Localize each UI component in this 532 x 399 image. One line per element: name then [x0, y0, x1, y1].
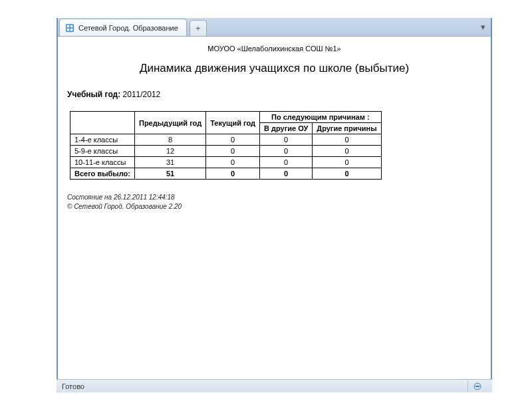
new-tab-button[interactable]: + [190, 20, 207, 36]
table-total-row: Всего выбыло: 51 0 0 0 [70, 168, 382, 180]
copyright-line: © Сетевой Город. Образование 2.20 [67, 202, 481, 211]
academic-year-line: Учебный год: 2011/2012 [67, 90, 481, 99]
total-prev: 51 [134, 168, 205, 180]
col-prev-year: Предыдущий год [134, 112, 205, 134]
col-reason-other: Другие причины [313, 123, 381, 134]
chevron-down-icon: ▾ [481, 22, 485, 32]
page-title: Динамика движения учащихся по школе (выб… [67, 62, 481, 75]
row-label: 1-4-е классы [70, 134, 135, 146]
status-segment [467, 380, 487, 392]
tabs-overflow-button[interactable]: ▾ [475, 18, 491, 36]
cell-reason2: 0 [313, 157, 381, 168]
total-curr: 0 [206, 168, 260, 180]
status-text: Готово [62, 382, 84, 390]
svg-rect-3 [69, 25, 70, 31]
row-label: 5-9-е классы [70, 146, 135, 157]
footer-note: Состояние на 26.12.2011 12:44:18 © Сетев… [67, 193, 481, 211]
year-label: Учебный год: [67, 90, 120, 99]
table-row: 10-11-е классы 31 0 0 0 [70, 157, 382, 168]
page-content: МОУОО «Шелаболихинская СОШ №1» Динамика … [58, 37, 491, 217]
tab-title: Сетевой Город. Образование [78, 24, 178, 32]
cell-curr: 0 [206, 157, 260, 168]
globe-icon [65, 23, 74, 33]
cell-curr: 0 [206, 134, 260, 146]
cell-reason2: 0 [313, 134, 381, 146]
plus-icon: + [196, 24, 201, 33]
total-reason1: 0 [259, 168, 312, 180]
cell-prev: 31 [134, 157, 205, 168]
cell-reason1: 0 [259, 157, 312, 168]
status-bar: Готово [57, 379, 492, 392]
browser-window: Сетевой Город. Образование + ▾ МОУОО «Ше… [57, 18, 492, 380]
svg-rect-5 [475, 386, 479, 387]
organization-name: МОУОО «Шелаболихинская СОШ №1» [67, 45, 481, 53]
cell-reason2: 0 [313, 146, 381, 157]
table-header-row: Предыдущий год Текущий год По следующим … [70, 112, 382, 123]
table-row: 5-9-е классы 12 0 0 0 [70, 146, 382, 157]
table-row: 1-4-е классы 8 0 0 0 [70, 134, 382, 146]
row-label: 10-11-е классы [70, 157, 135, 168]
page-zone-icon [473, 382, 481, 390]
cell-prev: 8 [134, 134, 205, 146]
cell-curr: 0 [206, 146, 260, 157]
col-reason-other-school: В другие ОУ [259, 123, 312, 134]
state-timestamp: Состояние на 26.12.2011 12:44:18 [67, 193, 481, 202]
total-reason2: 0 [313, 168, 381, 180]
tab-strip: Сетевой Город. Образование + ▾ [58, 18, 491, 37]
col-empty [70, 112, 135, 134]
col-curr-year: Текущий год [206, 112, 260, 134]
col-reasons-group: По следующим причинам : [259, 112, 381, 123]
total-label: Всего выбыло: [70, 168, 135, 180]
movement-table: Предыдущий год Текущий год По следующим … [70, 111, 382, 180]
cell-prev: 12 [134, 146, 205, 157]
tab-active[interactable]: Сетевой Город. Образование [59, 19, 187, 36]
year-value: 2011/2012 [123, 90, 161, 99]
cell-reason1: 0 [259, 134, 312, 146]
cell-reason1: 0 [259, 146, 312, 157]
